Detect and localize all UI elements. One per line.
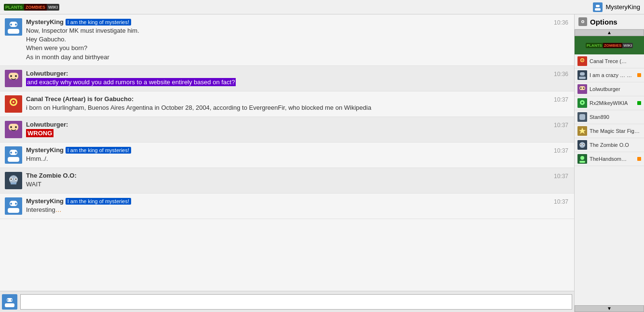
message-row: MysteryKing I am the king of mysteries! … [0, 14, 574, 66]
sidebar: Options ▲ PLANTS ZOMBIES WIKI Canal Trec… [574, 14, 644, 312]
svg-rect-37 [8, 208, 19, 213]
msg-username: MysteryKing [26, 197, 64, 205]
msg-body: Hmm../. [26, 155, 569, 163]
sidebar-item-handsom[interactable]: TheHandsom… [575, 152, 644, 166]
messages[interactable]: MysteryKing I am the king of mysteries! … [0, 14, 574, 291]
msg-content: Canal Trece (Artear) is for Gabucho: i b… [26, 95, 569, 112]
msg-body: WAIT [26, 180, 569, 189]
msg-content: MysteryKing I am the king of mysteries! … [26, 18, 569, 62]
main-container: MysteryKing I am the king of mysteries! … [0, 14, 644, 312]
sidebar-item-rx2mikey[interactable]: Rx2MikeyWIKIA [575, 96, 644, 110]
user-name: The Magic Star Fighting Zombies [590, 128, 641, 134]
msg-highlight-red: WRONG [26, 129, 54, 137]
msg-header: The Zombie O.O: [26, 172, 569, 179]
message-row: MysteryKing I am the king of mysteries! … [0, 194, 574, 219]
msg-highlight: and exactly why would you add rumors to … [26, 78, 236, 86]
logo-zombies-text: ZOMBIES [24, 4, 47, 11]
sidebar-item-iamcrazy[interactable]: I am a crazy … Fighting Zombies [575, 68, 644, 82]
svg-point-41 [11, 299, 13, 300]
sidebar-logo-plants: PLANTS [586, 43, 603, 48]
msg-content: Lolwutburger: and exactly why would you … [26, 70, 569, 87]
user-thumb [577, 154, 587, 164]
avatar [5, 95, 22, 113]
msg-time: 10:37 [554, 198, 568, 205]
avatar [5, 197, 22, 215]
user-thumb [577, 140, 587, 150]
msg-username: The Zombie O.O: [26, 172, 77, 179]
svg-point-6 [15, 24, 17, 26]
sidebar-header: Options [575, 14, 644, 29]
sidebar-item-magic-star[interactable]: The Magic Star Fighting Zombies [575, 124, 644, 138]
msg-content: The Zombie O.O: WAIT [26, 172, 569, 189]
msg-username: MysteryKing [26, 18, 64, 26]
svg-rect-61 [579, 114, 585, 120]
svg-point-40 [7, 299, 9, 300]
svg-point-68 [580, 144, 581, 145]
msg-badge: I am the king of mysteries! [66, 147, 131, 154]
svg-point-19 [10, 126, 12, 128]
msg-line: Interesting… [26, 206, 569, 214]
msg-line: Now, Inspector MK must investigate him. [26, 26, 569, 35]
input-area [0, 291, 574, 312]
input-avatar [2, 294, 17, 310]
sidebar-title: Options [590, 18, 617, 26]
msg-time: 10:37 [554, 122, 568, 129]
chat-input[interactable] [20, 294, 572, 310]
svg-rect-25 [8, 157, 19, 162]
chat-area: MysteryKing I am the king of mysteries! … [0, 14, 574, 312]
msg-header: MysteryKing I am the king of mysteries! [26, 197, 569, 205]
sidebar-scroll-down[interactable]: ▼ [575, 305, 644, 312]
svg-point-15 [13, 101, 14, 103]
top-username: MysteryKing [605, 3, 640, 11]
user-name: The Zombie O.O [590, 142, 641, 148]
user-badge-orange [637, 157, 641, 161]
svg-point-59 [581, 102, 583, 104]
msg-time: 10:37 [554, 147, 568, 154]
svg-point-24 [15, 152, 17, 154]
sidebar-wiki-logo[interactable]: PLANTS ZOMBIES WIKI [575, 36, 644, 54]
svg-rect-32 [11, 182, 16, 184]
svg-point-11 [15, 75, 17, 77]
svg-point-36 [15, 203, 17, 205]
msg-content: MysteryKing I am the king of mysteries! … [26, 146, 569, 163]
msg-content: MysteryKing I am the king of mysteries! … [26, 197, 569, 214]
sidebar-item-lolwutburger[interactable]: Lolwutburger [575, 82, 644, 96]
msg-line: When were you born? [26, 44, 569, 52]
msg-line: Hey Gabucho. [26, 35, 569, 44]
user-thumb [577, 70, 587, 80]
svg-point-30 [11, 178, 12, 180]
svg-point-23 [10, 152, 12, 154]
user-badge-green [637, 101, 641, 105]
avatar [5, 18, 22, 36]
msg-line: WAIT [26, 180, 569, 189]
msg-time: 10:36 [554, 19, 568, 26]
svg-point-56 [583, 88, 585, 89]
avatar [5, 70, 22, 87]
user-name: I am a crazy … Fighting Zombies [590, 72, 635, 78]
user-name: Lolwutburger [590, 86, 641, 92]
msg-header: Lolwutburger: [26, 70, 569, 77]
message-row: MysteryKing I am the king of mysteries! … [0, 143, 574, 168]
user-avatar-top [593, 2, 603, 12]
msg-header: MysteryKing I am the king of mysteries! [26, 18, 569, 26]
logo-wiki-text: WIKI [47, 4, 59, 11]
user-name: Canal Trece (… [590, 58, 641, 64]
msg-header: Canal Trece (Artear) is for Gabucho: [26, 95, 569, 103]
msg-badge: I am the king of mysteries! [66, 19, 131, 26]
msg-username: Lolwutburger: [26, 70, 68, 77]
logo[interactable]: PLANTS ZOMBIES WIKI [4, 4, 59, 11]
svg-rect-42 [5, 303, 14, 307]
msg-header: MysteryKing I am the king of mysteries! [26, 146, 569, 154]
msg-username: Canal Trece (Artear) is for Gabucho: [26, 95, 134, 103]
avatar [5, 121, 22, 138]
sidebar-scroll-up[interactable]: ▲ [575, 29, 644, 36]
msg-username: Lolwutburger: [26, 121, 68, 128]
msg-header: Lolwutburger: [26, 121, 569, 128]
sidebar-item-stan890[interactable]: Stan890 [575, 110, 644, 124]
message-row: Lolwutburger: and exactly why would you … [0, 66, 574, 91]
sidebar-item-canal-trece[interactable]: Canal Trece (… [575, 54, 644, 68]
svg-point-55 [580, 88, 582, 89]
user-name: Rx2MikeyWIKIA [590, 100, 635, 106]
sidebar-item-zombie-oo[interactable]: The Zombie O.O [575, 138, 644, 152]
svg-rect-1 [596, 5, 600, 7]
